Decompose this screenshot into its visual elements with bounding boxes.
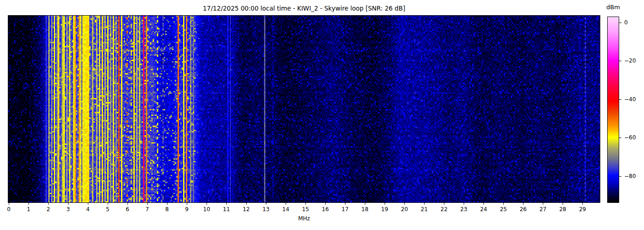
- x-tick-mark: [187, 203, 187, 205]
- x-tick-label: 10: [203, 206, 210, 213]
- x-tick-label: 11: [223, 206, 230, 213]
- x-tick-mark: [167, 203, 167, 205]
- x-tick-label: 2: [46, 206, 50, 213]
- x-tick-mark: [345, 203, 345, 205]
- colorbar-tick-mark: [619, 23, 621, 23]
- colorbar-tick-label: −20: [624, 58, 636, 64]
- x-tick-label: 19: [381, 206, 388, 213]
- x-tick-mark: [424, 203, 425, 205]
- spectrogram-figure: 17/12/2025 00:00 local time - KIWI_2 - S…: [0, 0, 644, 230]
- x-tick-label: 28: [559, 206, 566, 213]
- x-tick-mark: [9, 203, 9, 205]
- x-tick-mark: [385, 203, 385, 205]
- x-tick-label: 4: [86, 206, 90, 213]
- x-tick-label: 26: [520, 206, 527, 213]
- x-tick-label: 5: [106, 206, 109, 213]
- x-tick-label: 23: [460, 206, 467, 213]
- x-tick-label: 15: [302, 206, 309, 213]
- colorbar-tick-mark: [619, 99, 621, 100]
- x-tick-label: 6: [126, 206, 129, 213]
- x-tick-label: 20: [401, 206, 408, 213]
- x-tick-mark: [325, 203, 326, 205]
- colorbar-tick-mark: [619, 138, 621, 138]
- x-tick-label: 24: [480, 206, 487, 213]
- x-tick-label: 25: [500, 206, 507, 213]
- x-tick-label: 8: [165, 206, 169, 213]
- colorbar-tick-label: −60: [624, 134, 636, 141]
- x-tick-label: 12: [243, 206, 250, 213]
- x-tick-mark: [226, 203, 227, 205]
- x-tick-mark: [286, 203, 286, 205]
- x-tick-label: 17: [342, 206, 349, 213]
- x-tick-label: 9: [185, 206, 189, 213]
- x-tick-mark: [444, 203, 444, 205]
- x-tick-mark: [127, 203, 128, 205]
- x-tick-mark: [563, 203, 563, 205]
- x-tick-mark: [147, 203, 148, 205]
- x-tick-mark: [48, 203, 49, 205]
- x-tick-mark: [266, 203, 266, 205]
- colorbar-tick-label: 0: [624, 19, 628, 25]
- x-tick-label: 22: [441, 206, 448, 213]
- x-tick-label: 14: [282, 206, 289, 213]
- x-tick-mark: [68, 203, 69, 205]
- x-tick-mark: [305, 203, 306, 205]
- x-tick-mark: [88, 203, 88, 205]
- waterfall-canvas: [8, 16, 600, 202]
- x-tick-mark: [464, 203, 464, 205]
- colorbar-tick-mark: [619, 176, 621, 177]
- colorbar: [607, 17, 619, 203]
- x-tick-label: 0: [7, 206, 11, 213]
- x-axis-label: MHz: [298, 215, 310, 222]
- colorbar-tick-mark: [619, 61, 621, 61]
- colorbar-tick-label: −80: [624, 172, 636, 179]
- x-tick-label: 18: [362, 206, 368, 213]
- x-tick-mark: [246, 203, 247, 205]
- x-tick-label: 7: [145, 206, 149, 213]
- x-tick-mark: [582, 203, 583, 205]
- x-tick-label: 21: [421, 206, 428, 213]
- x-tick-mark: [207, 203, 207, 205]
- x-tick-mark: [108, 203, 108, 205]
- colorbar-label: dBm: [606, 4, 620, 11]
- x-tick-mark: [523, 203, 523, 205]
- waterfall-plot: [8, 15, 600, 203]
- colorbar-canvas: [608, 17, 619, 202]
- x-tick-mark: [29, 203, 29, 205]
- x-tick-label: 13: [263, 206, 270, 213]
- x-tick-label: 3: [66, 206, 70, 213]
- colorbar-tick-label: −40: [624, 96, 636, 102]
- x-tick-label: 1: [27, 206, 30, 213]
- x-tick-mark: [503, 203, 504, 205]
- x-tick-mark: [543, 203, 543, 205]
- x-tick-mark: [365, 203, 365, 205]
- x-tick-label: 27: [540, 206, 546, 213]
- x-tick-label: 29: [579, 206, 586, 213]
- x-tick-mark: [483, 203, 484, 205]
- chart-title: 17/12/2025 00:00 local time - KIWI_2 - S…: [8, 5, 600, 12]
- x-tick-label: 16: [322, 206, 329, 213]
- x-tick-mark: [404, 203, 405, 205]
